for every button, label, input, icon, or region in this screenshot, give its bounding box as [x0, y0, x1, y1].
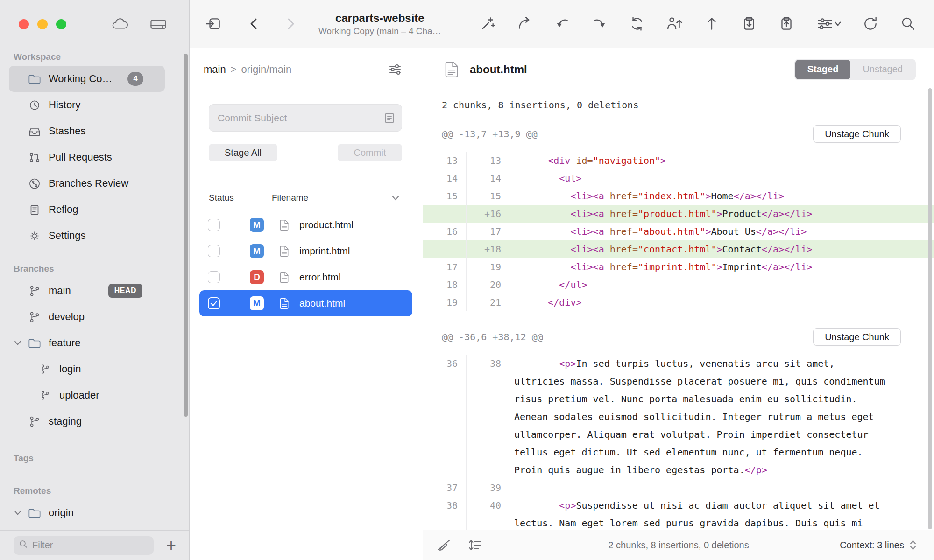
file-row-product[interactable]: M product.html — [190, 212, 423, 238]
view-options-icon[interactable] — [815, 15, 842, 32]
checkout-icon[interactable] — [517, 15, 533, 32]
zoom-window-button[interactable] — [56, 19, 66, 29]
diff-line[interactable]: 1313 <div id="navigation"> — [423, 152, 934, 169]
stash-pop-icon[interactable] — [778, 15, 795, 32]
add-button[interactable]: + — [166, 537, 176, 554]
diff-file-title: about.html — [470, 63, 527, 76]
sidebar-scrollbar[interactable] — [184, 54, 188, 417]
stash-save-icon[interactable] — [741, 15, 757, 32]
diff-line[interactable]: 3739 — [423, 479, 934, 497]
sidebar-item-branch-staging[interactable]: staging — [9, 408, 165, 434]
sidebar-item-history[interactable]: History — [9, 92, 165, 118]
branch-breadcrumb-row: main > origin/main — [190, 48, 423, 91]
push-icon[interactable] — [703, 15, 720, 32]
filter-input-wrap[interactable] — [14, 536, 154, 555]
context-lines-control[interactable]: Context: 3 lines — [840, 539, 917, 551]
back-button[interactable] — [246, 15, 262, 32]
cloud-icon[interactable] — [111, 17, 129, 31]
sidebar-item-label: History — [49, 99, 80, 111]
filter-input[interactable] — [32, 540, 148, 551]
sidebar-item-branch-group-feature[interactable]: feature — [9, 330, 165, 356]
folder-icon — [26, 337, 43, 350]
sidebar-item-settings[interactable]: Settings — [9, 223, 165, 249]
computer-icon[interactable] — [149, 16, 168, 33]
minimize-window-button[interactable] — [37, 19, 48, 29]
diff-line[interactable]: 1414 <ul> — [423, 169, 934, 187]
diff-line-added[interactable]: +16 <li><a href="product.html">Product</… — [423, 205, 934, 223]
refresh-icon[interactable] — [862, 15, 879, 32]
sidebar-item-branch-login[interactable]: login — [9, 356, 165, 382]
sidebar-item-label: main — [49, 285, 71, 297]
sidebar-item-branch-uploader[interactable]: uploader — [9, 382, 165, 408]
file-name: about.html — [299, 298, 345, 309]
old-line-number: 15 — [423, 187, 467, 205]
stage-checkbox[interactable] — [208, 245, 220, 257]
diff-chunk: @@ -13,7 +13,9 @@Unstage Chunk1313 <div … — [423, 119, 934, 322]
sidebar-item-branch-develop[interactable]: develop — [9, 304, 165, 330]
line-wrap-icon[interactable] — [467, 537, 484, 553]
ignore-whitespace-icon[interactable] — [435, 537, 452, 553]
commit-button[interactable]: Commit — [338, 144, 402, 161]
file-row-about-selected[interactable]: M about.html — [199, 290, 412, 316]
commit-subject-input[interactable] — [209, 104, 402, 132]
upstream-branch[interactable]: origin/main — [241, 63, 292, 76]
file-name: imprint.html — [299, 245, 350, 257]
filter-options-icon[interactable] — [388, 63, 402, 77]
sidebar-item-branch-main[interactable]: main HEAD — [9, 278, 165, 304]
new-line-number: 39 — [467, 479, 512, 497]
stage-checkbox[interactable] — [208, 271, 220, 283]
sidebar-item-remote-origin[interactable]: origin — [9, 500, 165, 526]
sidebar-item-working-copy[interactable]: Working Co… 4 — [9, 66, 165, 92]
fetch-icon[interactable] — [554, 15, 571, 32]
forward-button[interactable] — [282, 15, 299, 32]
stage-checkbox[interactable] — [208, 219, 220, 231]
new-line-number: 15 — [467, 187, 512, 205]
tab-unstaged[interactable]: Unstaged — [850, 60, 915, 79]
sidebar-item-stashes[interactable]: Stashes — [9, 118, 165, 144]
sidebar-item-label: Stashes — [49, 125, 86, 137]
sync-icon[interactable] — [629, 15, 645, 32]
quick-actions-icon[interactable] — [479, 15, 496, 32]
diff-line[interactable]: 1617 <li><a href="about.html">About Us</… — [423, 223, 934, 240]
sidebar-item-reflog[interactable]: Reflog — [9, 196, 165, 223]
status-badge-modified: M — [250, 218, 264, 232]
commit-template-icon[interactable] — [383, 112, 396, 124]
sidebar-item-branches-review[interactable]: Branches Review — [9, 170, 165, 196]
diff-line[interactable]: 1515 <li><a href="index.html">Home</a></… — [423, 187, 934, 205]
search-icon[interactable] — [899, 15, 916, 32]
head-badge: HEAD — [108, 284, 142, 298]
close-window-button[interactable] — [19, 19, 29, 29]
sidebar-item-label: Pull Requests — [49, 151, 112, 163]
file-row-error[interactable]: D error.html — [190, 264, 423, 290]
diff-line[interactable]: 1719 <li><a href="imprint.html">Imprint<… — [423, 258, 934, 276]
stage-checkbox-checked[interactable] — [208, 297, 220, 309]
column-status[interactable]: Status — [209, 193, 272, 203]
unstage-chunk-button[interactable]: Unstage Chunk — [813, 328, 901, 346]
open-repo-icon[interactable] — [205, 15, 222, 32]
current-branch[interactable]: main — [204, 63, 226, 76]
tab-staged[interactable]: Staged — [795, 60, 851, 79]
chunk-header-row: @@ -13,7 +13,9 @@Unstage Chunk — [423, 119, 934, 149]
diff-line[interactable]: 3638 <p>In sed turpis luctus, venenatis … — [423, 355, 934, 479]
pull-icon[interactable] — [591, 15, 608, 32]
chevron-down-icon[interactable] — [13, 338, 22, 348]
unstage-chunk-button[interactable]: Unstage Chunk — [813, 125, 901, 143]
remote-folder-icon — [26, 507, 43, 519]
main-area: carparts-website Working Copy (main – 4 … — [190, 0, 934, 560]
old-line-number: 14 — [423, 169, 467, 187]
diff-line[interactable]: 1820 </ul> — [423, 276, 934, 294]
window-title: carparts-website Working Copy (main – 4 … — [318, 12, 441, 36]
sort-chevron-icon[interactable] — [390, 193, 401, 203]
stage-all-button[interactable]: Stage All — [209, 144, 277, 161]
diff-chunks: @@ -13,7 +13,9 @@Unstage Chunk1313 <div … — [423, 119, 934, 530]
sidebar-item-pull-requests[interactable]: Pull Requests — [9, 144, 165, 170]
diff-scrollbar[interactable] — [928, 88, 932, 529]
diff-line-added[interactable]: +18 <li><a href="contact.html">Contact</… — [423, 240, 934, 258]
file-row-imprint[interactable]: M imprint.html — [190, 238, 423, 264]
diff-line[interactable]: 1921 </div> — [423, 294, 934, 311]
column-filename[interactable]: Filename — [272, 193, 308, 203]
publish-icon[interactable] — [666, 15, 683, 32]
breadcrumb[interactable]: main > origin/main — [204, 63, 291, 76]
chevron-down-icon[interactable] — [13, 508, 22, 518]
diff-line[interactable]: 3840 <p>Suspendisse ut nisi ac diam auct… — [423, 497, 934, 530]
